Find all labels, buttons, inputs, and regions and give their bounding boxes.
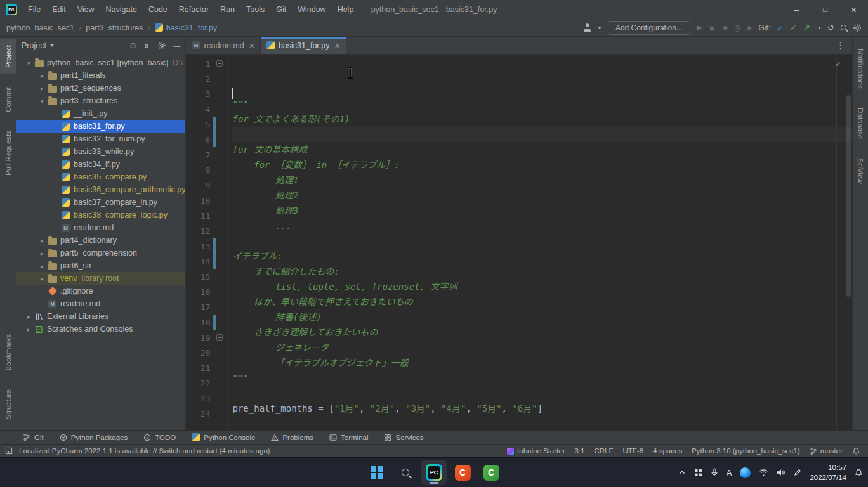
menu-tools[interactable]: Tools	[240, 0, 270, 19]
toolwindow-problems[interactable]: Problems	[271, 434, 313, 441]
code-line-6[interactable]: 処理1	[232, 172, 852, 188]
code-line-7[interactable]: 処理2	[232, 188, 852, 203]
editor-tab-basic31-for-py[interactable]: basic31_for.py×	[261, 37, 346, 54]
pycharm-button[interactable]: PC	[421, 460, 447, 485]
code-line-15[interactable]: 辞書(後述)	[232, 309, 852, 325]
close-button[interactable]: ×	[839, 0, 868, 19]
gutter-line[interactable]: 15	[186, 269, 227, 284]
gutter-line[interactable]: 11	[186, 208, 227, 223]
tree-item-basic37-compare-in-py[interactable]: basic37_compare_in.py	[16, 196, 185, 209]
status-tabnine-starter[interactable]: tabnine Starter	[507, 447, 565, 455]
editor-tab-readme-md[interactable]: Mreadme.md×	[186, 37, 260, 54]
menu-edit[interactable]: Edit	[46, 0, 72, 19]
code-line-12[interactable]: すでに紹介したもの:	[232, 264, 852, 279]
menu-window[interactable]: Window	[292, 0, 331, 19]
tree-item-basic36-compare-arithmetic-py[interactable]: basic36_compare_arithmetic.py	[16, 183, 185, 196]
menu-git[interactable]: Git	[270, 0, 292, 19]
maximize-button[interactable]: □	[811, 0, 839, 19]
app-orange-button[interactable]: C	[450, 460, 475, 485]
mic-icon[interactable]	[711, 468, 718, 477]
chevron-down-icon[interactable]: ▾	[24, 60, 34, 67]
menu-run[interactable]: Run	[214, 0, 240, 19]
tree-item-part1-literals[interactable]: ▸part1_literals	[16, 69, 185, 82]
code-line-8[interactable]: 処理3	[232, 203, 852, 218]
chevron-right-icon[interactable]: ▸	[37, 85, 47, 92]
tree-item-readme-md[interactable]: Mreadme.md	[16, 297, 185, 310]
tree-item-basic35-compare-py[interactable]: basic35_compare.py	[16, 171, 185, 183]
gutter-line[interactable]: 20	[186, 345, 227, 360]
editor[interactable]: 1−2345678910111213141516171819−202122232…	[186, 55, 852, 430]
code-line-1[interactable]: """	[232, 96, 852, 112]
gutter-line[interactable]: 10	[186, 193, 227, 208]
chevron-right-icon[interactable]: ▸	[37, 237, 47, 244]
toolwindow-services[interactable]: Services	[384, 434, 423, 441]
chevron-right-icon[interactable]: ▸	[37, 72, 47, 79]
profiler-icon[interactable]: ◷	[734, 24, 740, 32]
status-crlf[interactable]: CRLF	[594, 447, 613, 455]
play-icon[interactable]: ▶	[697, 24, 702, 31]
menu-help[interactable]: Help	[332, 0, 360, 19]
tree-item-scratches-and-consoles[interactable]: ▸Scratches and Consoles	[16, 323, 185, 335]
chevron-down-icon[interactable]	[598, 27, 602, 29]
tool-stripe-sciview[interactable]: SciView	[853, 152, 868, 190]
code-line-20[interactable]	[232, 386, 852, 401]
code-line-14[interactable]: ほか、早い段階で押さえておきたいもの	[232, 294, 852, 309]
tree-item-basic38-compare-logic-py[interactable]: basic38_compare_logic.py	[16, 209, 185, 221]
code-area[interactable]: """for 文でよくある形(その1)for 文の基本構成 for ［変数］ i…	[228, 55, 852, 430]
breadcrumb-item-basic31-for-py[interactable]: basic31_for.py	[155, 23, 218, 32]
chevron-right-icon[interactable]: ▸	[37, 263, 47, 269]
chevron-up-icon[interactable]	[678, 469, 686, 476]
toolwindow-python-console[interactable]: Python Console	[192, 433, 255, 441]
hide-panel-icon[interactable]: —	[173, 42, 180, 49]
tree-item-init-py[interactable]: __init_.py	[16, 107, 185, 120]
tree-item-part2-sequences[interactable]: ▸part2_sequences	[16, 82, 185, 94]
close-tab-icon[interactable]: ×	[335, 41, 340, 50]
select-opened-file-icon[interactable]: ⊙	[129, 42, 136, 49]
gutter-line[interactable]: 12	[186, 223, 227, 238]
widgets-icon[interactable]	[694, 469, 702, 477]
status-4-spaces[interactable]: 4 spaces	[653, 447, 682, 455]
gutter-line[interactable]: 8	[186, 162, 227, 178]
quick-access-icon[interactable]	[5, 447, 13, 455]
tree-item-readme-md[interactable]: Mreadme.md	[16, 221, 185, 234]
fold-icon[interactable]: −	[216, 334, 223, 341]
tree-item-basic34-if-py[interactable]: basic34_if.py	[16, 158, 185, 171]
stop-icon[interactable]: ■	[747, 25, 751, 31]
status-master[interactable]: master	[810, 447, 843, 455]
tree-item-venv[interactable]: ▸venvlibrary root	[16, 272, 185, 285]
tree-item-basic31-for-py[interactable]: basic31_for.py	[16, 120, 185, 133]
tree-item-part3-structures[interactable]: ▾part3_structures	[16, 94, 185, 107]
tool-stripe-pull-requests[interactable]: Pull Requests	[0, 125, 16, 181]
menu-view[interactable]: View	[72, 0, 100, 19]
chevron-right-icon[interactable]: ▸	[24, 326, 34, 333]
gutter-line[interactable]: 6	[186, 132, 227, 147]
notification-bell-icon[interactable]	[855, 469, 863, 477]
gutter-line[interactable]: 3	[186, 86, 227, 101]
tree-item-external-libraries[interactable]: ▸External Libraries	[16, 310, 185, 323]
coverage-icon[interactable]: ◈	[722, 24, 727, 31]
code-line-3[interactable]	[232, 127, 852, 142]
menu-navigate[interactable]: Navigate	[100, 0, 143, 19]
collapse-all-icon[interactable]	[143, 42, 150, 49]
gutter-line[interactable]: 1−	[186, 56, 227, 71]
toolwindow-git[interactable]: Git	[23, 433, 44, 441]
tool-stripe-bookmarks[interactable]: Bookmarks	[0, 328, 16, 377]
tree-item-python-basic-sec1-python-basic[interactable]: ▾python_basic_sec1 [python_basic]D:\	[16, 56, 185, 69]
gutter-line[interactable]: 16	[186, 284, 227, 299]
code-line-16[interactable]: さきざき理解しておきたいもの	[232, 325, 852, 340]
toolwindow-todo[interactable]: TODO	[143, 434, 176, 441]
add-configuration-button[interactable]: Add Configuration...	[608, 21, 690, 35]
editor-scrollbar[interactable]	[846, 95, 851, 297]
gutter-line[interactable]: 2	[186, 71, 227, 86]
code-line-21[interactable]: pre_half_months = ["1月", "2月", "3月", "4月…	[232, 401, 852, 416]
close-tab-icon[interactable]: ×	[249, 41, 254, 50]
code-line-22[interactable]	[232, 416, 852, 430]
inspection-status-icon[interactable]: ✓	[835, 60, 842, 68]
tool-stripe-commit[interactable]: Commit	[0, 81, 16, 118]
debug-icon[interactable]	[708, 24, 716, 32]
chevron-right-icon[interactable]: ▸	[37, 275, 47, 282]
code-line-4[interactable]: for 文の基本構成	[232, 142, 852, 157]
status-python-3-10-python-basic-sec1[interactable]: Python 3.10 (python_basic_sec1)	[692, 447, 800, 455]
gutter-line[interactable]: 19−	[186, 330, 227, 345]
update-project-icon[interactable]: ↙	[777, 23, 784, 32]
